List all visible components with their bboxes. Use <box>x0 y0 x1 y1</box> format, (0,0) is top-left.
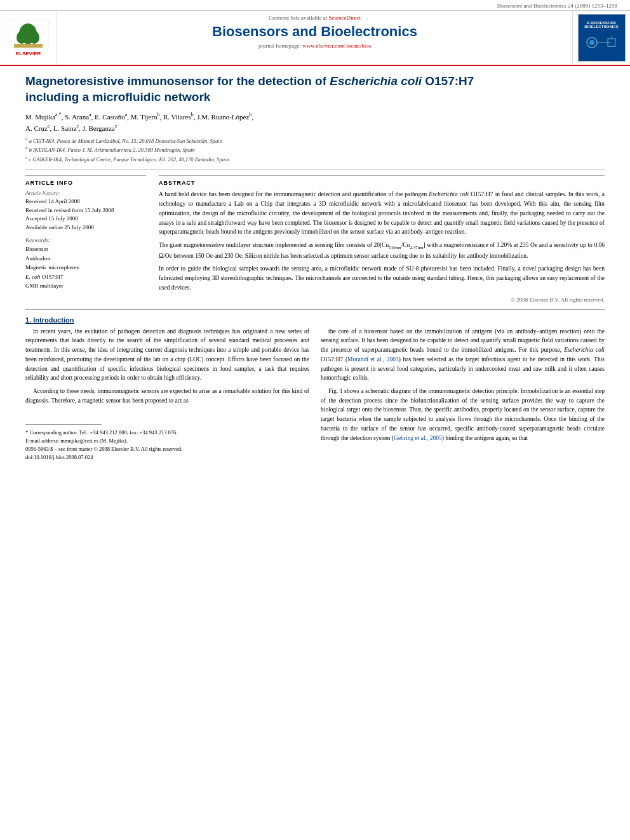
svg-point-4 <box>29 31 39 44</box>
article-title-section: Magnetoresistive immunosensor for the de… <box>25 74 605 105</box>
author-ruano: J.M. Ruano-López <box>197 113 249 121</box>
journal-thumbnail: B BIOSENSORSBIOELECTRONICS <box>578 14 626 62</box>
journal-header-center: Contents lists available at ScienceDirec… <box>57 11 573 65</box>
info-abstract-section: ARTICLE INFO Article history: Received 1… <box>25 175 605 302</box>
ref-gehring[interactable]: Gehring et al., 2005 <box>394 435 442 441</box>
svg-point-3 <box>17 31 27 44</box>
homepage-link[interactable]: www.elsevier.com/locate/bios <box>302 43 371 49</box>
intro-left-p2: According to these needs, immunomagnetic… <box>25 387 309 405</box>
author-vilares: R. Vilares <box>163 113 191 121</box>
article-title: Magnetoresistive immunosensor for the de… <box>25 74 605 105</box>
affil-c: c c GAIKER-IK4, Technological Centre, Pa… <box>25 154 605 164</box>
article-info-col: ARTICLE INFO Article history: Received 1… <box>25 175 146 302</box>
history-block: Article history: Received 14 April 2008 … <box>25 190 146 232</box>
footnote-email: E-mail address: mmujika@ceit.es (M. Muji… <box>25 437 309 445</box>
keyword-gmr: GMR multilayer <box>25 281 146 290</box>
elsevier-text: ELSEVIER <box>8 51 49 57</box>
journal-thumb-section: B BIOSENSORSBIOELECTRONICS <box>573 11 630 65</box>
history-label: Article history: <box>25 190 146 196</box>
elsevier-tree-icon <box>8 20 49 48</box>
author-castano: E. Castaño <box>95 113 125 121</box>
article-info: ARTICLE INFO Article history: Received 1… <box>25 175 146 290</box>
keyword-antibodies: Antibodies <box>25 254 146 263</box>
affiliations: a a CEIT-IK4, Paseo de Manuel Lardizábal… <box>25 136 605 164</box>
main-divider <box>25 170 605 170</box>
affil-b: b b IKERLAN-IK4, Paseo J. M. Arizmendiar… <box>25 145 605 154</box>
introduction-body: In recent years, the evolution of pathog… <box>25 327 605 462</box>
authors-line: M. Mujikaa,*, S. Aranaa, E. Castañoa, M.… <box>25 111 605 133</box>
author-arana: S. Arana <box>65 113 89 121</box>
footnote-area: * Corresponding author. Tel.: +34 943 21… <box>25 424 309 461</box>
keyword-biosensor: Biosensor <box>25 244 146 253</box>
affil-a: a a CEIT-IK4, Paseo de Manuel Lardizábal… <box>25 136 605 145</box>
received-date: Received 14 April 2008 <box>25 197 146 206</box>
footnote-doi: doi:10.1016/j.bios.2008.07.024 <box>25 453 309 462</box>
journal-header: ELSEVIER Contents lists available at Sci… <box>0 11 630 66</box>
keyword-ecoli: E. coli O157:H7 <box>25 272 146 281</box>
journal-title: Biosensors and Bioelectronics <box>64 23 566 40</box>
ref-morandi[interactable]: Morandi et al., 2003 <box>347 356 399 363</box>
intro-right-col: the core of a biosensor based on the imm… <box>321 327 605 462</box>
author-mujika: M. Mujika <box>25 113 55 121</box>
footnote-divider <box>25 424 102 425</box>
accepted-date: Accepted 15 July 2008 <box>25 215 146 223</box>
intro-left-p1: In recent years, the evolution of pathog… <box>25 327 309 383</box>
body-divider <box>25 309 605 310</box>
svg-rect-5 <box>14 44 43 48</box>
copyright-line: © 2008 Elsevier B.V. All rights reserved… <box>159 297 605 303</box>
keywords-label: Keywords: <box>25 237 146 243</box>
page-wrapper: Biosensors and Bioelectronics 24 (2009) … <box>0 0 630 467</box>
abstract-text: A hand held device has been designed for… <box>159 190 605 292</box>
author-tijero: M. Tijero <box>131 113 158 121</box>
sciencedirect-label: Contents lists available at <box>269 15 327 21</box>
keywords-list: Biosensor Antibodies Magnetic microspher… <box>25 244 146 290</box>
sciencedirect-link[interactable]: ScienceDirect <box>329 15 361 21</box>
elsevier-logo-section: ELSEVIER <box>0 11 57 65</box>
citation-bar: Biosensors and Bioelectronics 24 (2009) … <box>0 0 630 11</box>
introduction-heading: 1. Introduction <box>25 316 605 324</box>
keywords-block: Keywords: Biosensor Antibodies Magnetic … <box>25 237 146 290</box>
homepage-label: journal homepage: <box>258 43 301 49</box>
abstract-para1: A hand held device has been designed for… <box>159 190 605 237</box>
article-info-label: ARTICLE INFO <box>25 180 146 186</box>
footnote-corresponding: * Corresponding author. Tel.: +34 943 21… <box>25 429 309 437</box>
title-line2: including a microfluidic network <box>25 90 210 103</box>
intro-left-text: In recent years, the evolution of pathog… <box>25 327 309 406</box>
footnotes: * Corresponding author. Tel.: +34 943 21… <box>25 429 309 461</box>
title-part2: O157:H7 <box>422 74 474 88</box>
title-italic: Escherichia coli <box>330 74 422 88</box>
elsevier-logo: ELSEVIER <box>8 20 49 57</box>
keyword-magnetic: Magnetic microspheres <box>25 263 146 272</box>
article-content: Magnetoresistive immunosensor for the de… <box>0 66 630 467</box>
citation-text: Biosensors and Bioelectronics 24 (2009) … <box>497 3 617 9</box>
abstract-para3: In order to guide the biological samples… <box>159 264 605 292</box>
journal-homepage: journal homepage: www.elsevier.com/locat… <box>64 43 566 49</box>
intro-right-text: the core of a biosensor based on the imm… <box>321 327 605 443</box>
intro-left-col: In recent years, the evolution of pathog… <box>25 327 309 462</box>
abstract-section: ABSTRACT A hand held device has been des… <box>159 175 605 302</box>
sciencedirect-line: Contents lists available at ScienceDirec… <box>64 15 566 21</box>
footnote-issn: 0956-5663/$ – see front matter © 2008 El… <box>25 445 309 453</box>
abstract-para2: The giant magnetoresistive multilayer st… <box>159 241 605 260</box>
title-part1: Magnetoresistive immunosensor for the de… <box>25 74 330 88</box>
svg-point-8 <box>589 40 594 45</box>
thumb-graphic-icon <box>582 30 620 55</box>
author-cruz: A. Cruz <box>25 124 48 131</box>
intro-right-p1: the core of a biosensor based on the imm… <box>321 327 605 383</box>
author-sainz: L. Sainz <box>53 124 77 131</box>
revised-date: Received in revised form 15 July 2008 <box>25 206 146 215</box>
intro-right-p2: Fig. 1 shows a schematic diagram of the … <box>321 387 605 443</box>
thumb-title: B BIOSENSORSBIOELECTRONICS <box>584 21 619 29</box>
online-date: Available online 25 July 2008 <box>25 223 146 232</box>
author-berganza: J. Berganza <box>83 124 115 131</box>
abstract-label: ABSTRACT <box>159 180 605 186</box>
abstract-col: ABSTRACT A hand held device has been des… <box>159 175 605 302</box>
